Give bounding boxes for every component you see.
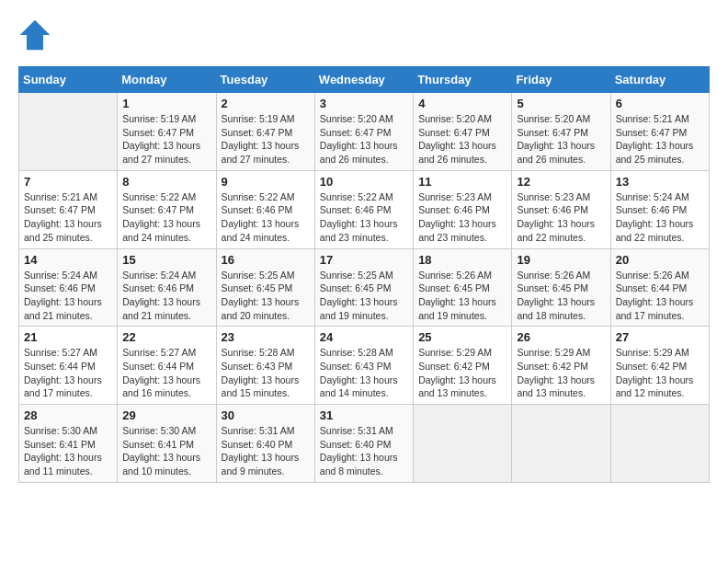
calendar-cell: 27Sunrise: 5:29 AMSunset: 6:42 PMDayligh… [610, 327, 709, 405]
calendar-cell: 25Sunrise: 5:29 AMSunset: 6:42 PMDayligh… [414, 327, 512, 405]
calendar-cell: 8Sunrise: 5:22 AMSunset: 6:47 PMDaylight… [118, 170, 216, 248]
day-number: 20 [616, 253, 704, 267]
day-info: Sunrise: 5:30 AMSunset: 6:41 PMDaylight:… [24, 424, 112, 478]
calendar-cell: 23Sunrise: 5:28 AMSunset: 6:43 PMDayligh… [216, 327, 314, 405]
calendar-cell [610, 405, 709, 483]
calendar-cell: 17Sunrise: 5:25 AMSunset: 6:45 PMDayligh… [314, 248, 413, 327]
day-info: Sunrise: 5:21 AMSunset: 6:47 PMDaylight:… [24, 190, 112, 245]
day-number: 22 [122, 330, 210, 344]
day-number: 18 [418, 253, 506, 267]
weekday-header: Thursday [414, 67, 512, 93]
calendar-cell [512, 405, 610, 483]
day-info: Sunrise: 5:26 AMSunset: 6:45 PMDaylight:… [517, 269, 605, 323]
calendar-cell: 7Sunrise: 5:21 AMSunset: 6:47 PMDaylight… [19, 170, 118, 248]
calendar-cell: 1Sunrise: 5:19 AMSunset: 6:47 PMDaylight… [118, 93, 216, 171]
calendar-cell: 24Sunrise: 5:28 AMSunset: 6:43 PMDayligh… [314, 327, 413, 405]
day-info: Sunrise: 5:29 AMSunset: 6:42 PMDaylight:… [616, 346, 704, 400]
day-info: Sunrise: 5:27 AMSunset: 6:44 PMDaylight:… [24, 346, 112, 400]
day-info: Sunrise: 5:19 AMSunset: 6:47 PMDaylight:… [222, 112, 310, 167]
day-number: 24 [320, 330, 408, 344]
calendar-week-row: 14Sunrise: 5:24 AMSunset: 6:46 PMDayligh… [19, 248, 710, 327]
day-info: Sunrise: 5:25 AMSunset: 6:45 PMDaylight:… [320, 269, 408, 323]
day-info: Sunrise: 5:20 AMSunset: 6:47 PMDaylight:… [517, 112, 605, 167]
day-info: Sunrise: 5:24 AMSunset: 6:46 PMDaylight:… [122, 269, 210, 323]
calendar-cell: 28Sunrise: 5:30 AMSunset: 6:41 PMDayligh… [19, 405, 118, 483]
calendar-table: SundayMondayTuesdayWednesdayThursdayFrid… [18, 66, 710, 483]
day-info: Sunrise: 5:24 AMSunset: 6:46 PMDaylight:… [616, 190, 704, 245]
calendar-cell: 11Sunrise: 5:23 AMSunset: 6:46 PMDayligh… [414, 170, 512, 248]
weekday-header: Tuesday [216, 67, 314, 93]
day-number: 11 [418, 175, 506, 189]
day-info: Sunrise: 5:27 AMSunset: 6:44 PMDaylight:… [122, 346, 210, 400]
day-info: Sunrise: 5:29 AMSunset: 6:42 PMDaylight:… [517, 346, 605, 400]
day-info: Sunrise: 5:26 AMSunset: 6:44 PMDaylight:… [616, 269, 704, 323]
calendar-cell: 22Sunrise: 5:27 AMSunset: 6:44 PMDayligh… [118, 327, 216, 405]
header [18, 18, 710, 52]
day-number: 6 [616, 97, 704, 110]
calendar-cell: 12Sunrise: 5:23 AMSunset: 6:46 PMDayligh… [512, 170, 610, 248]
day-info: Sunrise: 5:31 AMSunset: 6:40 PMDaylight:… [222, 424, 310, 478]
calendar-cell: 4Sunrise: 5:20 AMSunset: 6:47 PMDaylight… [414, 93, 512, 171]
day-info: Sunrise: 5:22 AMSunset: 6:46 PMDaylight:… [320, 190, 408, 245]
day-info: Sunrise: 5:28 AMSunset: 6:43 PMDaylight:… [320, 346, 408, 400]
day-number: 26 [517, 330, 605, 344]
day-number: 13 [616, 175, 704, 189]
day-info: Sunrise: 5:29 AMSunset: 6:42 PMDaylight:… [418, 346, 506, 400]
calendar-cell: 18Sunrise: 5:26 AMSunset: 6:45 PMDayligh… [414, 248, 512, 327]
calendar-week-row: 7Sunrise: 5:21 AMSunset: 6:47 PMDaylight… [19, 170, 710, 248]
weekday-header: Saturday [610, 67, 709, 93]
calendar-week-row: 1Sunrise: 5:19 AMSunset: 6:47 PMDaylight… [19, 93, 710, 171]
day-number: 30 [222, 408, 310, 422]
calendar-cell: 19Sunrise: 5:26 AMSunset: 6:45 PMDayligh… [512, 248, 610, 327]
day-info: Sunrise: 5:30 AMSunset: 6:41 PMDaylight:… [122, 424, 210, 478]
day-number: 10 [320, 175, 408, 189]
weekday-header: Wednesday [314, 67, 413, 93]
calendar-cell: 16Sunrise: 5:25 AMSunset: 6:45 PMDayligh… [216, 248, 314, 327]
logo [18, 18, 57, 52]
calendar-cell: 14Sunrise: 5:24 AMSunset: 6:46 PMDayligh… [19, 248, 118, 327]
calendar-cell [414, 405, 512, 483]
calendar-cell [19, 93, 118, 171]
calendar-cell: 13Sunrise: 5:24 AMSunset: 6:46 PMDayligh… [610, 170, 709, 248]
calendar-cell: 9Sunrise: 5:22 AMSunset: 6:46 PMDaylight… [216, 170, 314, 248]
calendar-cell: 26Sunrise: 5:29 AMSunset: 6:42 PMDayligh… [512, 327, 610, 405]
weekday-header: Sunday [19, 67, 118, 93]
calendar-cell: 20Sunrise: 5:26 AMSunset: 6:44 PMDayligh… [610, 248, 709, 327]
day-info: Sunrise: 5:21 AMSunset: 6:47 PMDaylight:… [616, 112, 704, 167]
calendar-cell: 29Sunrise: 5:30 AMSunset: 6:41 PMDayligh… [118, 405, 216, 483]
calendar-cell: 10Sunrise: 5:22 AMSunset: 6:46 PMDayligh… [314, 170, 413, 248]
weekday-header-row: SundayMondayTuesdayWednesdayThursdayFrid… [19, 67, 710, 93]
day-info: Sunrise: 5:20 AMSunset: 6:47 PMDaylight:… [418, 112, 506, 167]
day-info: Sunrise: 5:31 AMSunset: 6:40 PMDaylight:… [320, 424, 408, 478]
day-number: 3 [320, 97, 408, 110]
calendar-cell: 5Sunrise: 5:20 AMSunset: 6:47 PMDaylight… [512, 93, 610, 171]
calendar-cell: 31Sunrise: 5:31 AMSunset: 6:40 PMDayligh… [314, 405, 413, 483]
calendar-week-row: 28Sunrise: 5:30 AMSunset: 6:41 PMDayligh… [19, 405, 710, 483]
calendar-cell: 15Sunrise: 5:24 AMSunset: 6:46 PMDayligh… [118, 248, 216, 327]
day-number: 29 [122, 408, 210, 422]
day-number: 5 [517, 97, 605, 110]
day-number: 9 [222, 175, 310, 189]
day-number: 28 [24, 408, 112, 422]
day-info: Sunrise: 5:23 AMSunset: 6:46 PMDaylight:… [517, 190, 605, 245]
day-info: Sunrise: 5:19 AMSunset: 6:47 PMDaylight:… [122, 112, 210, 167]
day-number: 23 [222, 330, 310, 344]
day-info: Sunrise: 5:22 AMSunset: 6:47 PMDaylight:… [122, 190, 210, 245]
day-info: Sunrise: 5:25 AMSunset: 6:45 PMDaylight:… [222, 269, 310, 323]
calendar-cell: 21Sunrise: 5:27 AMSunset: 6:44 PMDayligh… [19, 327, 118, 405]
calendar-cell: 6Sunrise: 5:21 AMSunset: 6:47 PMDaylight… [610, 93, 709, 171]
day-number: 14 [24, 253, 112, 267]
day-number: 2 [222, 97, 310, 110]
weekday-header: Monday [118, 67, 216, 93]
day-info: Sunrise: 5:23 AMSunset: 6:46 PMDaylight:… [418, 190, 506, 245]
day-number: 25 [418, 330, 506, 344]
day-number: 8 [122, 175, 210, 189]
day-number: 15 [122, 253, 210, 267]
logo-icon [18, 18, 51, 52]
weekday-header: Friday [512, 67, 610, 93]
day-number: 7 [24, 175, 112, 189]
day-info: Sunrise: 5:24 AMSunset: 6:46 PMDaylight:… [24, 269, 112, 323]
day-info: Sunrise: 5:22 AMSunset: 6:46 PMDaylight:… [222, 190, 310, 245]
day-number: 31 [320, 408, 408, 422]
day-number: 1 [122, 97, 210, 110]
